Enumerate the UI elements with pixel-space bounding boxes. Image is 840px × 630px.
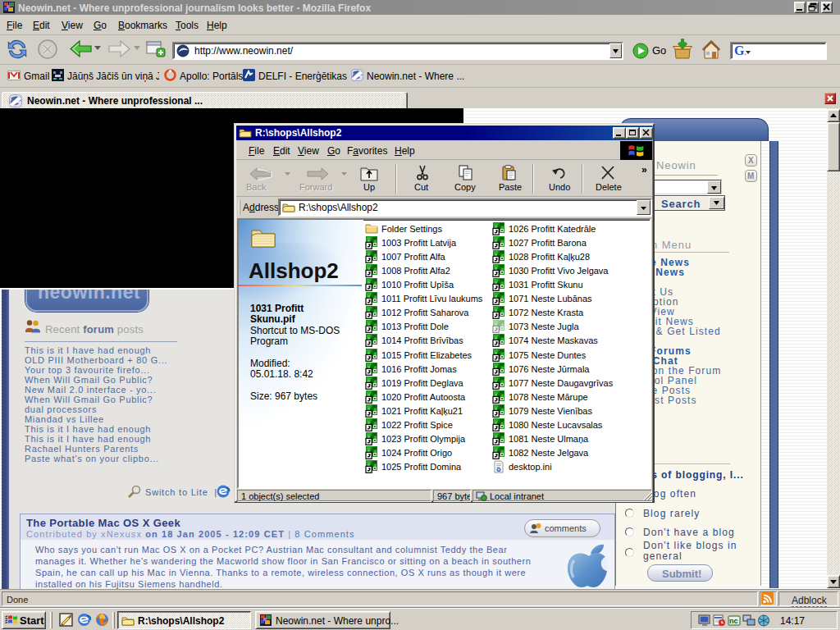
svg-text:nc: nc [729,617,738,625]
